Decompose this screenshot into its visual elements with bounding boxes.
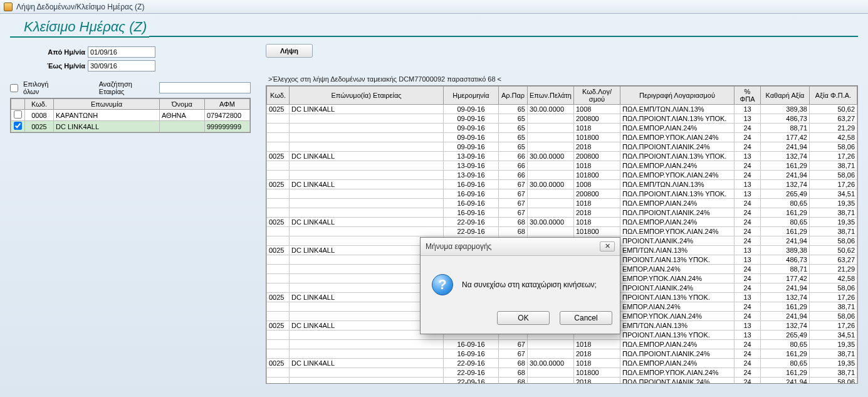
table-row[interactable]: 22-09-1668101800ΠΩΛ.ΕΜΠΟΡ.ΥΠΟΚ.ΛΙΑΝ.24%2… <box>267 227 857 236</box>
search-company-label: Αναζήτηση Εταιρίας <box>99 80 154 95</box>
company-row[interactable]: 0008ΚΑΡΑΝΤΩΝΗΑΘΗΝΑ079472800 <box>11 110 250 121</box>
select-all-checkbox[interactable] <box>10 84 18 92</box>
h-code: Κωδ. <box>267 87 290 105</box>
col-vat: ΑΦΜ <box>205 99 250 110</box>
h-docno: Αρ.Παρ <box>499 87 528 105</box>
col-name: Επωνυμία <box>54 99 160 110</box>
table-row[interactable]: 13-09-1666101800ΠΩΛ.ΕΜΠΟΡ.ΥΠΟΚ.ΛΙΑΝ.24%2… <box>267 171 857 180</box>
h-accdesc: Περιγραφή Λογαριασμού <box>620 87 735 105</box>
company-row[interactable]: 0025DC LINK4ALL999999999 <box>11 121 250 132</box>
company-name: DC LINK4ALL <box>54 121 160 132</box>
table-row[interactable]: 0025DC LINK4ALL22-09-166830.00.00001018Π… <box>267 218 857 227</box>
company-name: ΚΑΡΑΝΤΩΝΗ <box>54 110 160 121</box>
table-row[interactable]: 09-09-1665200800ΠΩΛ.ΠΡΟΙΟΝΤ.ΛΙΑΝ.13% ΥΠΟ… <box>267 114 857 124</box>
table-row[interactable]: 22-09-16682018ΠΩΛ.ΠΡΟΙΟΝΤ.ΛΙΑΝΙΚ.24%2424… <box>267 378 857 384</box>
table-row[interactable]: 09-09-16652018ΠΩΛ.ΠΡΟΙΟΝΤ.ΛΙΑΝΙΚ.24%2424… <box>267 142 857 152</box>
company-oname <box>160 121 205 132</box>
company-vat: 079472800 <box>205 110 250 121</box>
company-code: 0025 <box>25 121 54 132</box>
table-row[interactable]: 13-09-16661018ΠΩΛ.ΕΜΠΟΡ.ΛΙΑΝ.24%24161,29… <box>267 161 857 171</box>
table-row[interactable]: 0025DC LINK4ALL16-09-166730.00.00001008Π… <box>267 180 857 189</box>
table-row[interactable]: 16-09-16672018ΠΩΛ.ΠΡΟΙΟΝΤ.ΛΙΑΝΙΚ.24%2416… <box>267 208 857 218</box>
table-row[interactable]: 0025DC LINK4ALL09-09-166530.00.00001008Π… <box>267 105 857 114</box>
table-row[interactable]: 16-09-16672018ΠΩΛ.ΠΡΟΙΟΝΤ.ΛΙΑΝΙΚ.24%2416… <box>267 349 857 359</box>
from-date-label: Από Ημ/νία <box>36 48 88 56</box>
from-date-input[interactable] <box>88 46 155 58</box>
table-row[interactable]: 09-09-16651018ΠΩΛ.ΕΜΠΟΡ.ΛΙΑΝ.24%2488,712… <box>267 124 857 133</box>
company-vat: 999999999 <box>205 121 250 132</box>
dialog-message: Να συνεχίσω στη καταχώριση κινήσεων; <box>462 280 597 289</box>
company-row-checkbox[interactable] <box>14 110 22 119</box>
table-row[interactable]: 0025DC LINK4ALL13-09-166630.00.000020080… <box>267 152 857 161</box>
table-row[interactable]: 0025DC LINK4ALL22-09-166830.00.00001018Π… <box>267 359 857 368</box>
h-account: Κωδ.Λογ/σμού <box>574 87 620 105</box>
table-row[interactable]: 22-09-1668101800ΠΩΛ.ΕΜΠΟΡ.ΥΠΟΚ.ΛΙΑΝ.24%2… <box>267 368 857 378</box>
h-net: Καθαρή Αξία <box>761 87 810 105</box>
select-all-label: Επιλογή όλων <box>23 80 63 95</box>
col-code: Κωδ. <box>25 99 54 110</box>
dialog-ok-button[interactable]: OK <box>497 311 550 325</box>
fetch-button[interactable]: Λήψη <box>266 44 313 58</box>
col-oname: Όνομα <box>160 99 205 110</box>
table-row[interactable]: 09-09-1665101800ΠΩΛ.ΕΜΠΟΡ.ΥΠΟΚ.ΛΙΑΝ.24%2… <box>267 133 857 142</box>
company-code: 0008 <box>25 110 54 121</box>
company-row-checkbox[interactable] <box>14 122 22 130</box>
h-cust: Επων.Πελάτη <box>528 87 574 105</box>
table-row[interactable]: 16-09-16671018ΠΩΛ.ΕΜΠΟΡ.ΛΙΑΝ.24%2480,651… <box>267 340 857 349</box>
dialog-cancel-button[interactable]: Cancel <box>560 311 612 325</box>
app-icon <box>4 3 13 11</box>
main-grid[interactable]: Κωδ. Επώνυμο(ία) Εταιρείας Ημερομηνία Αρ… <box>266 85 858 384</box>
to-date-input[interactable] <box>88 60 155 71</box>
h-date: Ημερομηνία <box>444 87 499 105</box>
to-date-label: Έως Ημ/νία <box>36 62 88 70</box>
table-row[interactable]: 16-09-1667200800ΠΩΛ.ΠΡΟΙΟΝΤ.ΛΙΑΝ.13% ΥΠΟ… <box>267 189 857 199</box>
search-company-input[interactable] <box>159 82 251 93</box>
table-row[interactable]: 16-09-16671018ΠΩΛ.ΕΜΠΟΡ.ΛΙΑΝ.24%2480,651… <box>267 199 857 208</box>
company-oname: ΑΘΗΝΑ <box>160 110 205 121</box>
dialog-title: Μήνυμα εφαρμογής <box>426 242 491 251</box>
window-title: Λήψη Δεδομένων/Κλείσιμο Ημέρας (Ζ) <box>16 3 144 11</box>
question-icon: ? <box>432 274 453 295</box>
company-grid[interactable]: Κωδ. Επωνυμία Όνομα ΑΦΜ 0008ΚΑΡΑΝΤΩΝΗΑΘΗ… <box>10 98 251 133</box>
confirm-dialog: Μήνυμα εφαρμογής ✕ ? Να συνεχίσω στη κατ… <box>420 237 620 334</box>
h-vat: % ΦΠΑ <box>735 87 761 105</box>
h-company: Επώνυμο(ία) Εταιρείας <box>290 87 444 105</box>
window-titlebar: Λήψη Δεδομένων/Κλείσιμο Ημέρας (Ζ) <box>0 0 868 14</box>
col-chk <box>11 99 25 110</box>
heading-rule <box>149 36 858 37</box>
dialog-close-button[interactable]: ✕ <box>600 241 615 251</box>
page-title: Κλείσιμο Ημέρας (Ζ) <box>10 19 149 38</box>
h-vatval: Αξία Φ.Π.Α. <box>810 87 857 105</box>
status-message: >Έλεγχος στη λήψη Δεδομένων ταμειακής DC… <box>268 75 858 83</box>
